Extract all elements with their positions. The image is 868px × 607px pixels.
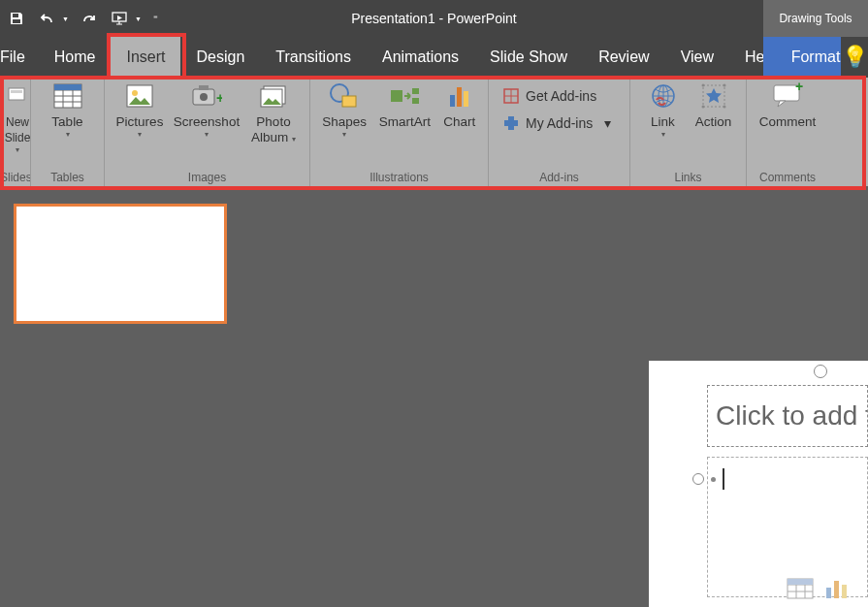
group-label-illustrations: Illustrations xyxy=(310,171,488,186)
action-button[interactable]: Action xyxy=(691,81,737,130)
svg-rect-37 xyxy=(842,585,847,598)
tell-me-icon[interactable]: 💡 xyxy=(841,37,868,78)
group-images: Pictures ▾ + Screenshot ▾ Photo Album ▾ … xyxy=(105,78,310,186)
table-button[interactable]: Table ▾ xyxy=(39,81,97,139)
rotation-handle-icon[interactable] xyxy=(814,365,827,378)
title-bar: ▼ ▼ ⁼ Presentation1 - PowerPoint Drawing… xyxy=(0,0,868,37)
slide: Click to add title xyxy=(649,361,868,607)
new-slide-button[interactable]: New Slide ▾ xyxy=(6,81,29,154)
group-links: Link ▾ Action Links xyxy=(630,78,747,186)
tab-slideshow[interactable]: Slide Show xyxy=(474,37,583,78)
content-placeholder[interactable] xyxy=(707,457,868,597)
tab-insert[interactable]: Insert xyxy=(111,37,180,78)
tab-animations[interactable]: Animations xyxy=(367,37,474,78)
chart-label: Chart xyxy=(443,114,475,130)
svg-rect-36 xyxy=(834,581,839,598)
svg-rect-16 xyxy=(342,96,356,107)
svg-text:+: + xyxy=(216,90,222,106)
group-label-addins: Add-ins xyxy=(489,171,629,186)
svg-rect-19 xyxy=(412,98,419,104)
qat-customize-icon[interactable]: ⁼ xyxy=(151,8,161,29)
placeholder-content-icons xyxy=(787,578,851,599)
svg-point-27 xyxy=(701,84,704,87)
workspace: Click to add title xyxy=(0,186,868,607)
get-addins-label: Get Add-ins xyxy=(526,88,596,104)
smartart-button[interactable]: SmartArt xyxy=(376,81,433,130)
tab-review[interactable]: Review xyxy=(583,37,664,78)
tab-file[interactable]: File xyxy=(0,37,39,78)
svg-rect-35 xyxy=(826,588,831,598)
chart-button[interactable]: Chart xyxy=(436,81,482,130)
tab-design[interactable]: Design xyxy=(180,37,260,78)
tab-home[interactable]: Home xyxy=(39,37,112,78)
group-label-tables: Tables xyxy=(31,171,104,186)
svg-rect-34 xyxy=(788,579,813,585)
title-placeholder[interactable]: Click to add title xyxy=(707,385,868,447)
svg-rect-1 xyxy=(13,19,20,23)
svg-point-11 xyxy=(200,93,208,101)
group-addins: Get Add-ins My Add-ins ▾ Add-ins xyxy=(489,78,630,186)
svg-rect-20 xyxy=(450,95,455,107)
group-illustrations: Shapes ▾ SmartArt Chart Illustrations xyxy=(310,78,489,186)
comment-button[interactable]: + Comment xyxy=(754,81,821,130)
svg-rect-17 xyxy=(391,90,402,102)
photo-album-label: Photo Album ▾ xyxy=(244,114,303,147)
slide-thumbnail-1[interactable] xyxy=(14,204,227,324)
slide-canvas-area[interactable]: Click to add title xyxy=(252,186,868,607)
shapes-button[interactable]: Shapes ▾ xyxy=(316,81,372,139)
group-label-links: Links xyxy=(630,171,746,186)
svg-text:+: + xyxy=(795,82,803,94)
svg-point-29 xyxy=(701,106,704,109)
present-from-beginning-icon[interactable] xyxy=(110,8,131,29)
svg-point-28 xyxy=(723,84,725,87)
svg-rect-22 xyxy=(464,91,468,107)
slide-thumbnails-pane[interactable] xyxy=(0,186,252,607)
svg-point-30 xyxy=(723,106,725,109)
comment-label: Comment xyxy=(759,114,817,130)
my-addins-button[interactable]: My Add-ins ▾ xyxy=(502,114,616,132)
svg-rect-0 xyxy=(13,14,18,17)
link-label: Link xyxy=(651,114,675,130)
photo-album-button[interactable]: Photo Album ▾ xyxy=(244,81,303,147)
group-label-images: Images xyxy=(105,171,309,186)
present-dropdown-icon[interactable]: ▼ xyxy=(135,16,142,22)
group-label-slides: Slides xyxy=(0,171,30,186)
group-slides: New Slide ▾ Slides xyxy=(0,78,31,186)
quick-access-toolbar: ▼ ▼ ⁼ xyxy=(0,8,161,29)
text-cursor xyxy=(723,468,724,490)
get-addins-button[interactable]: Get Add-ins xyxy=(502,87,616,105)
svg-rect-4 xyxy=(11,90,22,93)
new-slide-label: New Slide xyxy=(5,114,31,145)
insert-table-icon[interactable] xyxy=(787,578,814,599)
svg-rect-21 xyxy=(457,87,462,107)
tab-view[interactable]: View xyxy=(665,37,729,78)
bullet-icon xyxy=(711,477,716,482)
undo-dropdown-icon[interactable]: ▼ xyxy=(62,16,69,22)
my-addins-label: My Add-ins xyxy=(526,115,593,131)
window-title: Presentation1 - PowerPoint xyxy=(351,11,516,26)
selection-handle-icon[interactable] xyxy=(692,473,704,485)
save-icon[interactable] xyxy=(6,8,27,29)
pictures-label: Pictures xyxy=(116,114,164,130)
undo-icon[interactable] xyxy=(37,8,58,29)
group-comments: + Comment Comments xyxy=(747,78,828,186)
svg-point-8 xyxy=(132,90,138,96)
link-button[interactable]: Link ▾ xyxy=(640,81,687,139)
tab-transitions[interactable]: Transitions xyxy=(260,37,367,78)
screenshot-button[interactable]: + Screenshot ▾ xyxy=(173,81,241,139)
svg-rect-6 xyxy=(54,84,81,90)
action-label: Action xyxy=(695,114,732,130)
svg-rect-18 xyxy=(412,88,419,94)
shapes-label: Shapes xyxy=(322,114,367,130)
group-tables: Table ▾ Tables xyxy=(31,78,105,186)
ribbon-tabs: File Home Insert Design Transitions Anim… xyxy=(0,37,868,78)
pictures-button[interactable]: Pictures ▾ xyxy=(111,81,169,139)
svg-rect-3 xyxy=(9,88,24,100)
insert-chart-icon[interactable] xyxy=(823,578,851,599)
group-label-comments: Comments xyxy=(747,171,828,186)
table-label: Table xyxy=(51,114,82,130)
ribbon: New Slide ▾ Slides Table ▾ Tables Pictur… xyxy=(0,78,868,186)
smartart-label: SmartArt xyxy=(379,114,431,130)
svg-rect-10 xyxy=(199,85,209,90)
redo-icon[interactable] xyxy=(79,8,100,29)
